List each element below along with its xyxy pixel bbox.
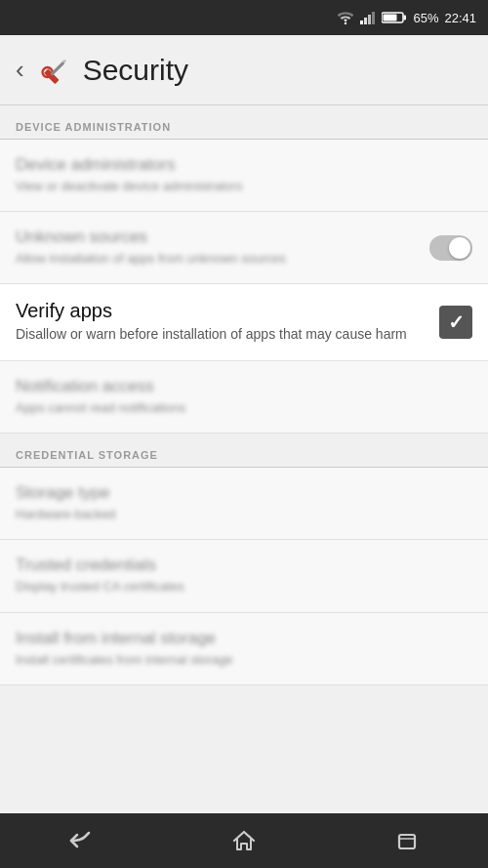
list-item-text-notification: Notification access Apps cannot read not… [16, 377, 472, 417]
svg-rect-3 [368, 15, 371, 24]
item-subtitle-trusted-creds: Display trusted CA certificates [16, 578, 461, 596]
bottom-nav [0, 813, 488, 868]
section-header-credential: CREDENTIAL STORAGE [0, 434, 488, 467]
nav-recent-icon [393, 827, 421, 854]
item-title-notification: Notification access [16, 377, 461, 396]
svg-point-0 [345, 22, 346, 24]
item-subtitle-device-admin: View or deactivate device administrators [16, 178, 461, 195]
section-header-device-admin: DEVICE ADMINISTRATION [0, 105, 488, 139]
item-subtitle-unknown-sources: Allow installation of apps from unknown … [16, 250, 418, 268]
list-item-device-administrators[interactable]: Device administrators View or deactivate… [0, 140, 488, 212]
signal-icon [360, 11, 376, 24]
item-subtitle-verify-apps: Disallow or warn before installation of … [16, 325, 427, 345]
svg-rect-11 [50, 61, 64, 75]
list-item-text-device-admin: Device administrators View or deactivate… [16, 155, 472, 195]
battery-percent: 65% [413, 11, 438, 25]
content-area: DEVICE ADMINISTRATION Device administrat… [0, 105, 488, 813]
battery-icon [382, 11, 407, 24]
nav-home-icon [230, 827, 258, 854]
list-item-install-storage[interactable]: Install from internal storage Install ce… [0, 613, 488, 685]
list-item-text-unknown-sources: Unknown sources Allow installation of ap… [16, 227, 429, 268]
list-item-trusted-credentials[interactable]: Trusted credentials Display trusted CA c… [0, 540, 488, 612]
item-title-device-admin: Device administrators [16, 155, 461, 175]
checkmark-icon: ✓ [448, 310, 465, 334]
wifi-icon [337, 11, 354, 24]
list-item-text-install-storage: Install from internal storage Install ce… [16, 629, 472, 669]
list-item-verify-apps[interactable]: Verify apps Disallow or warn before inst… [0, 284, 488, 361]
svg-rect-2 [364, 18, 367, 24]
item-subtitle-install-storage: Install certificates from internal stora… [16, 651, 461, 669]
section-device-administration: DEVICE ADMINISTRATION Device administrat… [0, 105, 488, 361]
status-icons: 65% 22:41 [337, 11, 476, 25]
svg-rect-4 [372, 12, 375, 24]
section-notification: Notification access Apps cannot read not… [0, 361, 488, 434]
list-item-notification-access[interactable]: Notification access Apps cannot read not… [0, 361, 488, 434]
list-item-text-storage-type: Storage type Hardware-backed [16, 483, 472, 523]
svg-rect-6 [404, 16, 407, 21]
nav-back-icon [67, 827, 95, 854]
item-subtitle-notification: Apps cannot read notifications [16, 399, 461, 417]
status-bar: 65% 22:41 [0, 0, 488, 35]
security-tool-icon [36, 53, 71, 88]
list-item-text-trusted-creds: Trusted credentials Display trusted CA c… [16, 556, 472, 596]
page-title: Security [83, 54, 188, 87]
back-button[interactable]: ‹ [16, 55, 24, 85]
app-bar: ‹ Security [0, 35, 488, 105]
nav-back-button[interactable] [52, 821, 110, 860]
time-display: 22:41 [444, 11, 476, 25]
nav-recent-button[interactable] [378, 821, 436, 860]
verify-apps-checkbox[interactable]: ✓ [439, 306, 472, 339]
item-title-trusted-creds: Trusted credentials [16, 556, 461, 575]
unknown-sources-toggle[interactable] [429, 235, 472, 261]
item-subtitle-storage-type: Hardware-backed [16, 506, 461, 523]
section-credential-storage: CREDENTIAL STORAGE Storage type Hardware… [0, 434, 488, 685]
list-item-text-verify-apps: Verify apps Disallow or warn before inst… [16, 300, 439, 345]
nav-home-button[interactable] [215, 821, 273, 860]
list-item-unknown-sources[interactable]: Unknown sources Allow installation of ap… [0, 212, 488, 284]
item-title-verify-apps: Verify apps [16, 300, 427, 322]
item-title-storage-type: Storage type [16, 483, 461, 503]
item-title-unknown-sources: Unknown sources [16, 227, 418, 247]
svg-rect-7 [384, 15, 397, 21]
svg-rect-13 [399, 835, 415, 848]
svg-rect-1 [360, 21, 363, 24]
toggle-knob [449, 237, 470, 259]
list-item-storage-type[interactable]: Storage type Hardware-backed [0, 468, 488, 540]
item-title-install-storage: Install from internal storage [16, 629, 461, 648]
